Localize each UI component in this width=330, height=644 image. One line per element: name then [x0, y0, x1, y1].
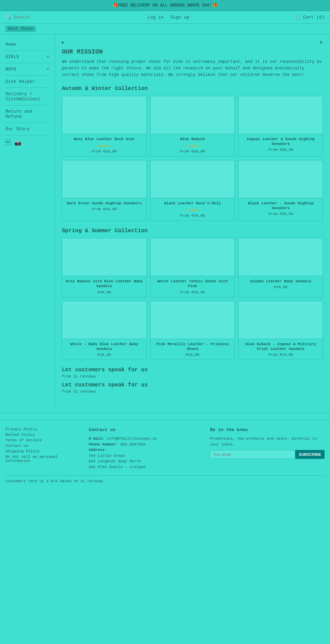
- footer-link[interactable]: Refund Policy: [6, 433, 82, 437]
- product-image: [239, 301, 323, 339]
- footer-link[interactable]: Do not sell my personal information: [6, 455, 82, 463]
- login-link[interactable]: Log in: [147, 15, 164, 20]
- expand-icon: +: [46, 54, 49, 59]
- product-image: [151, 301, 235, 339]
- video-pause-icon[interactable]: ⏸: [319, 40, 323, 45]
- product-name: White - Baby Blue Leather Baby Sandals: [64, 342, 144, 352]
- reviews-section: Let customers speak for us from 21 revie…: [62, 367, 323, 394]
- product-image: [239, 160, 323, 198]
- product-card[interactable]: Blue Nubuck★★★★★From €49,00: [150, 96, 235, 157]
- product-card[interactable]: White Leather Tennis Shoes with PinkFrom…: [150, 238, 235, 297]
- email-newsletter-input[interactable]: [210, 450, 295, 459]
- sidebar-item-girls[interactable]: GIRLS +: [6, 51, 49, 63]
- footer-newsletter-col: Be in the know Promotions, new products …: [210, 427, 324, 470]
- sidebar-item-return[interactable]: Return and Refund: [6, 105, 49, 123]
- product-image: [62, 96, 146, 134]
- spring-summer-section: Spring & Summer Collection Grey Nubuck w…: [62, 228, 323, 360]
- mission-section: OUR MISSION We understand that choosing …: [62, 48, 323, 79]
- product-image: [239, 238, 323, 276]
- product-price: From €59,00: [64, 207, 144, 211]
- product-card[interactable]: Blue Nubuck - Cognac & Military Print Le…: [238, 301, 323, 360]
- video-bar: ▶ ⏸: [62, 40, 323, 45]
- product-price: From €44,00: [241, 353, 321, 357]
- product-name: Blue Nubuck - Cognac & Military Print Le…: [241, 342, 321, 352]
- product-card[interactable]: Black Leather Rock'n'Roll★★★★★From €54,0…: [150, 160, 235, 221]
- sidebar-item-size-helper[interactable]: Size Helper: [6, 76, 49, 88]
- cart-area[interactable]: 🛒 Cart (0): [296, 14, 324, 20]
- product-card[interactable]: Navy Blue Leather Rock Star★★★★★From €59…: [62, 96, 147, 157]
- product-name: Blue Nubuck: [153, 137, 233, 142]
- email-form: SUBSCRIBE: [210, 450, 324, 459]
- product-image: [62, 160, 146, 198]
- reviews-subtitle-2: from 21 reviews: [62, 389, 323, 394]
- product-card[interactable]: Grey Nubuck with Blue Leather Baby Sanda…: [62, 238, 147, 297]
- sidebar: Home GIRLS + BOYS + Size Helper Delivery…: [0, 34, 55, 406]
- autumn-winter-title: Autumn & Winter Collection: [62, 86, 323, 92]
- product-name: Cognac Leather & Suede Hightop Sneakers: [241, 137, 321, 147]
- product-price: €49,00: [64, 290, 144, 294]
- product-price: From €59,00: [241, 212, 321, 216]
- product-card[interactable]: Black Leather - Suede Hightop SneakersFr…: [238, 160, 323, 221]
- social-links:  📷: [6, 135, 49, 146]
- search-icon: 🔍: [6, 14, 11, 20]
- footer-link[interactable]: Terms of Service: [6, 438, 82, 442]
- product-card[interactable]: White - Baby Blue Leather Baby Sandals€4…: [62, 301, 147, 360]
- product-name: Black Leather Rock'n'Roll: [153, 201, 233, 206]
- footer-link[interactable]: Shipping Policy: [6, 449, 82, 453]
- product-stars: ★★★★★: [153, 143, 233, 148]
- email-value: info@thelittlesteps.ie: [107, 437, 157, 441]
- header: 🔍 Log in Sign up 🛒 Cart (0): [0, 11, 330, 24]
- instagram-icon[interactable]: 📷: [14, 139, 21, 146]
- address-line3: D02 P792 Dublin - Ireland: [89, 464, 203, 470]
- subscribe-button[interactable]: SUBSCRIBE: [295, 450, 324, 459]
- expand-icon: +: [46, 67, 49, 72]
- sidebar-item-our-story[interactable]: Our Story: [6, 123, 49, 135]
- footer-link[interactable]: Contact us: [6, 444, 82, 448]
- product-card[interactable]: Dark Green Suede Hightop SneakersFrom €5…: [62, 160, 147, 221]
- search-input[interactable]: [14, 15, 41, 20]
- newsletter-title: Be in the know: [210, 427, 324, 432]
- product-name: Dark Green Suede Hightop Sneakers: [64, 201, 144, 206]
- spring-summer-title: Spring & Summer Collection: [62, 228, 323, 234]
- reviews-title: Let customers speak for us: [62, 367, 323, 373]
- signup-link[interactable]: Sign up: [170, 15, 189, 20]
- footer-links-col: Privacy PolicyRefund PolicyTerms of Serv…: [6, 427, 82, 470]
- product-name: White Leather Tennis Shoes with Pink: [153, 279, 233, 289]
- product-stars: ★★★★★: [153, 207, 233, 213]
- product-price: From €59,00: [64, 149, 144, 154]
- newsletter-desc: Promotions, new products and sales. Dire…: [210, 436, 324, 447]
- promo-banner: 🎁FREE DELIVERY ON ALL ORDERS ABOVE 50€!🎁: [0, 0, 330, 11]
- footer-divider: [0, 413, 330, 413]
- autumn-winter-grid: Navy Blue Leather Rock Star★★★★★From €59…: [62, 96, 323, 221]
- footer-grid: Privacy PolicyRefund PolicyTerms of Serv…: [6, 427, 324, 470]
- product-card[interactable]: Pink Metallic Leather - Princess Shoes€4…: [150, 301, 235, 360]
- main-content: ▶ ⏸ OUR MISSION We understand that choos…: [55, 34, 330, 406]
- product-price: €49,00: [64, 353, 144, 357]
- search-area: 🔍: [6, 14, 41, 20]
- video-play-icon[interactable]: ▶: [62, 40, 64, 45]
- reviews-subtitle: from 21 reviews: [62, 374, 323, 379]
- product-price: From €54,00: [153, 214, 233, 218]
- cart-icon: 🛒: [296, 14, 301, 20]
- address-line2: 604 Longboat Quay North: [89, 459, 203, 464]
- product-card[interactable]: Salmon Leather Baby Sandals€49,00: [238, 238, 323, 297]
- footer-link[interactable]: Privacy Policy: [6, 427, 82, 431]
- product-card[interactable]: Cognac Leather & Suede Hightop SneakersF…: [238, 96, 323, 157]
- phone-label: Phone Number:: [89, 442, 118, 447]
- phone-value: 083 8887669: [120, 442, 145, 447]
- reviews-title-2: Let customers speak for us: [62, 382, 323, 388]
- product-price: From €59,00: [241, 148, 321, 152]
- product-price: €49,00: [153, 353, 233, 357]
- cart-label: Cart (0): [303, 15, 324, 20]
- mission-text: We understand that choosing proper shoes…: [62, 59, 323, 79]
- sidebar-item-delivery[interactable]: Delivery / Click&Collect: [6, 88, 49, 105]
- product-name: Black Leather - Suede Hightop Sneakers: [241, 201, 321, 211]
- sidebar-item-home[interactable]: Home: [6, 40, 49, 51]
- product-price: €49,00: [241, 285, 321, 289]
- product-image: [151, 96, 235, 134]
- product-image: [62, 238, 146, 276]
- breadcrumb-tag[interactable]: Best Shoes: [6, 26, 36, 32]
- rating-text: Customers rate us 5.0/5 based on 21 revi…: [6, 479, 105, 483]
- facebook-icon[interactable]: : [6, 139, 11, 146]
- sidebar-item-boys[interactable]: BOYS +: [6, 63, 49, 76]
